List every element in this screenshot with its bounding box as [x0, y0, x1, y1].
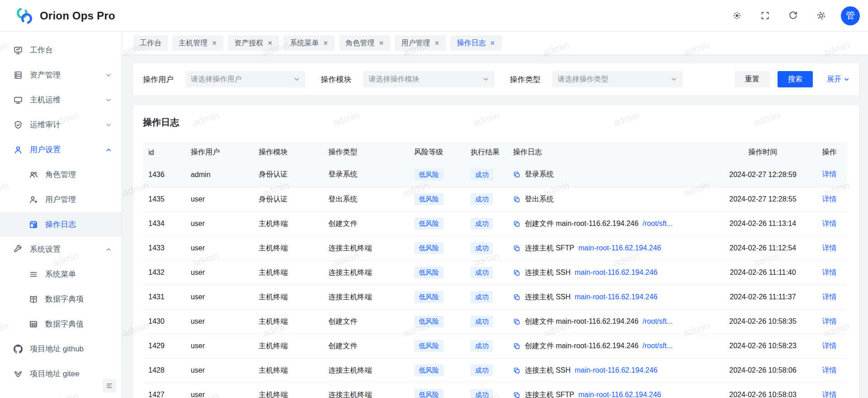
- wrench-icon: [14, 245, 23, 254]
- cell-user: user: [185, 187, 253, 211]
- detail-link[interactable]: 详情: [822, 391, 836, 398]
- chevron-down-icon: [105, 122, 112, 128]
- reset-button[interactable]: 重置: [735, 71, 770, 87]
- cell-id: 1431: [143, 285, 185, 309]
- detail-link[interactable]: 详情: [822, 220, 836, 227]
- copy-icon[interactable]: [513, 196, 521, 203]
- tab-资产授权[interactable]: 资产授权: [228, 35, 279, 51]
- log-link[interactable]: /root/sft...: [643, 317, 673, 326]
- sidebar-item-user[interactable]: 用户设置: [0, 137, 122, 162]
- user-icon: [14, 145, 23, 154]
- sidebar-item-workbench[interactable]: 工作台: [0, 38, 122, 62]
- copy-icon[interactable]: [513, 245, 521, 252]
- log-link[interactable]: main-root-116.62.194.246: [575, 366, 658, 374]
- copy-icon[interactable]: [513, 367, 521, 374]
- settings-gear-icon[interactable]: [813, 8, 829, 24]
- chevron-down-icon: [844, 77, 849, 82]
- tab-角色管理[interactable]: 角色管理: [339, 35, 390, 51]
- cell-result: 成功: [465, 285, 508, 309]
- close-icon[interactable]: [490, 40, 495, 46]
- sidebar-item-audit[interactable]: 运维审计: [0, 112, 122, 137]
- close-icon[interactable]: [212, 40, 217, 46]
- refresh-icon[interactable]: [785, 8, 801, 24]
- detail-link[interactable]: 详情: [822, 317, 836, 325]
- sidebar-collapse-button[interactable]: [103, 379, 116, 393]
- expand-label: 展开: [827, 75, 841, 84]
- sidebar-item-host[interactable]: 主机运维: [0, 87, 122, 112]
- top-header: Orion Ops Pro: [0, 0, 868, 32]
- table-row: 1436admin身份认证登录系统低风险成功登录系统2024-02-27 12:…: [143, 163, 847, 187]
- filter-field-操作模块: 操作模块请选择操作模块: [321, 71, 494, 87]
- result-badge: 成功: [470, 389, 493, 398]
- sidebar-item-oplog[interactable]: 操作日志: [0, 212, 122, 237]
- copy-icon[interactable]: [513, 269, 521, 277]
- sidebar-item-wrench[interactable]: 系统设置: [0, 237, 122, 262]
- detail-link[interactable]: 详情: [822, 269, 836, 276]
- tab-系统菜单[interactable]: 系统菜单: [284, 35, 335, 51]
- sidebar-item-book[interactable]: 数据字典项: [0, 287, 122, 312]
- log-link[interactable]: /root/sft...: [643, 342, 673, 350]
- log-link[interactable]: main-root-116.62.194.246: [579, 244, 661, 252]
- close-icon[interactable]: [434, 40, 440, 46]
- log-text: 连接主机 SFTP: [525, 390, 574, 398]
- detail-link[interactable]: 详情: [822, 366, 836, 374]
- log-content: 创建文件 main-root-116.62.194.246/root/sft..…: [513, 341, 703, 351]
- search-button[interactable]: 搜索: [778, 71, 813, 87]
- cell-type: 登出系统: [323, 187, 408, 211]
- workbench-icon: [14, 46, 23, 55]
- log-link[interactable]: /root/sft...: [643, 220, 673, 228]
- sidebar-item-role[interactable]: 角色管理: [0, 162, 122, 187]
- cell-user: admin: [185, 163, 253, 187]
- cell-result: 成功: [465, 163, 508, 187]
- copy-icon[interactable]: [513, 318, 521, 326]
- tab-主机管理[interactable]: 主机管理: [172, 35, 223, 51]
- copy-icon[interactable]: [513, 171, 521, 178]
- close-icon[interactable]: [323, 40, 328, 46]
- copy-icon[interactable]: [513, 342, 521, 350]
- copy-icon[interactable]: [513, 220, 521, 228]
- sidebar-item-label: 角色管理: [45, 169, 76, 180]
- detail-link[interactable]: 详情: [822, 342, 836, 350]
- theme-sun-icon[interactable]: [729, 8, 745, 24]
- tab-用户管理[interactable]: 用户管理: [395, 35, 446, 51]
- sidebar-item-grid[interactable]: 数据字典值: [0, 312, 122, 336]
- log-link[interactable]: main-root-116.62.194.246: [575, 293, 658, 301]
- sidebar-item-menu[interactable]: 系统菜单: [0, 262, 122, 287]
- tab-工作台[interactable]: 工作台: [133, 35, 168, 51]
- expand-toggle[interactable]: 展开: [827, 75, 849, 84]
- copy-icon[interactable]: [513, 391, 521, 398]
- column-header-id: id: [143, 142, 185, 163]
- sidebar: 工作台资产管理主机运维运维审计用户设置角色管理用户管理操作日志系统设置系统菜单数…: [0, 32, 122, 398]
- tab-操作日志[interactable]: 操作日志: [451, 35, 502, 51]
- copy-icon[interactable]: [513, 293, 521, 301]
- detail-link[interactable]: 详情: [822, 195, 836, 203]
- select-操作模块[interactable]: 请选择操作模块: [363, 71, 494, 87]
- log-text: 创建文件 main-root-116.62.194.246: [525, 341, 638, 351]
- detail-link[interactable]: 详情: [822, 293, 836, 301]
- tab-bar: 工作台主机管理资产授权系统菜单角色管理用户管理操作日志: [122, 32, 868, 54]
- cell-module: 主机终端: [253, 358, 323, 383]
- sidebar-item-useradd[interactable]: 用户管理: [0, 187, 122, 212]
- log-link[interactable]: main-root-116.62.194.246: [575, 269, 658, 277]
- close-icon[interactable]: [379, 40, 384, 46]
- chevron-up-icon: [105, 147, 112, 153]
- cell-result: 成功: [465, 187, 508, 211]
- sidebar-item-github[interactable]: 项目地址 github: [0, 336, 122, 361]
- cell-module: 主机终端: [253, 285, 323, 309]
- cell-risk: 低风险: [409, 334, 465, 358]
- close-icon[interactable]: [267, 40, 273, 46]
- user-avatar[interactable]: 管: [841, 6, 860, 25]
- detail-link[interactable]: 详情: [822, 170, 836, 178]
- sidebar-item-assets[interactable]: 资产管理: [0, 62, 122, 87]
- cell-result: 成功: [465, 383, 508, 398]
- log-text: 连接主机 SSH: [525, 293, 570, 302]
- cell-id: 1436: [143, 163, 185, 187]
- log-link[interactable]: main-root-116.62.194.246: [579, 391, 661, 398]
- table-row: 1428user主机终端连接主机终端低风险成功连接主机 SSHmain-root…: [143, 358, 847, 383]
- select-操作类型[interactable]: 请选择操作类型: [552, 71, 683, 87]
- sidebar-item-label: 资产管理: [30, 70, 61, 80]
- detail-link[interactable]: 详情: [822, 244, 836, 252]
- select-操作用户[interactable]: 请选择操作用户: [185, 71, 305, 87]
- fullscreen-icon[interactable]: [757, 8, 773, 24]
- chevron-down-icon: [294, 76, 300, 82]
